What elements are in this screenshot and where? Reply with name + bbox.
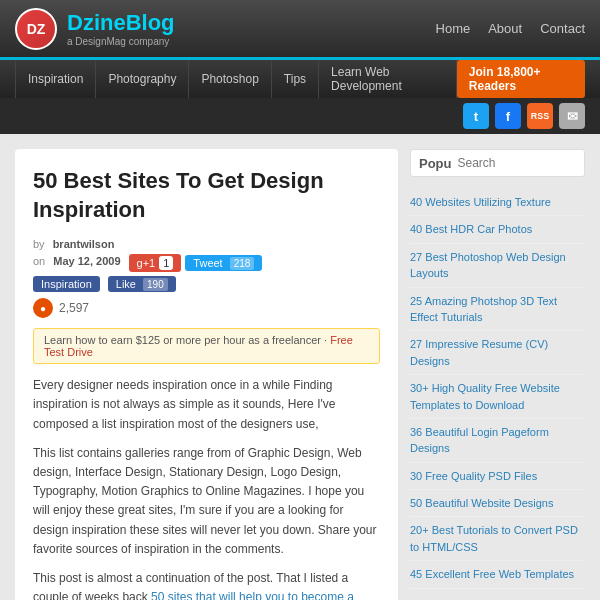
list-item: 25 Amazing Photshop 3D Text Effect Tutur… (410, 288, 585, 332)
sidebar-link[interactable]: 27 Impressive Resume (CV) Designs (410, 338, 548, 366)
list-item: 40 Best HDR Car Photos (410, 216, 585, 243)
sidebar-link[interactable]: 45 Excellent Free Web Templates (410, 568, 574, 580)
digg-row: ● 2,597 (33, 298, 380, 318)
article-title: 50 Best Sites To Get Design Inspiration (33, 167, 380, 224)
sidebar-link[interactable]: 36 Beautiful Login Pageform Designs (410, 426, 549, 454)
email-icon[interactable]: ✉ (559, 103, 585, 129)
list-item: 30+ High Quality Free Website Templates … (410, 375, 585, 419)
sidebar: Popu 🔍 40 Websites Utilizing Texture 40 … (410, 149, 585, 600)
digg-icon: ● (33, 298, 53, 318)
rss-icon[interactable]: RSS (527, 103, 553, 129)
list-item: 30 Free Quality PSD Files (410, 463, 585, 490)
list-item: 50 Beautiful Website Designs (410, 490, 585, 517)
publish-date: May 12, 2009 (53, 255, 120, 267)
logo-icon: DZ (15, 8, 57, 50)
search-input[interactable] (452, 151, 586, 175)
sidebar-link[interactable]: 27 Best Photoshop Web Design Layouts (410, 251, 566, 279)
meta-date-row: on May 12, 2009 (33, 255, 121, 267)
social-bar: t f RSS ✉ (0, 98, 600, 134)
sidebar-search-bar: Popu 🔍 (410, 149, 585, 177)
list-item: 20+ Best Tutorials to Convert PSD to HTM… (410, 517, 585, 561)
join-button[interactable]: Join 18,800+ Readers (457, 60, 585, 98)
gplus-count: 1 (159, 256, 173, 270)
sidebar-link[interactable]: 30 Free Quality PSD Files (410, 470, 537, 482)
like-button[interactable]: Like 190 (108, 276, 176, 292)
body-paragraph-1: Every designer needs inspiration once in… (33, 376, 380, 434)
popular-label: Popu (411, 156, 452, 171)
nav-tips[interactable]: Tips (272, 60, 319, 98)
tweet-count: 218 (230, 257, 255, 270)
sidebar-link[interactable]: 30+ High Quality Free Website Templates … (410, 382, 560, 410)
twitter-icon[interactable]: t (463, 103, 489, 129)
top-bar: DZ DzineBlog a DesignMag company Home Ab… (0, 0, 600, 60)
nav-web-dev[interactable]: Learn Web Development (319, 60, 457, 98)
earn-bar: Learn how to earn $125 or more per hour … (33, 328, 380, 364)
tweet-button[interactable]: Tweet 218 (185, 255, 262, 271)
nav-inspiration[interactable]: Inspiration (15, 60, 96, 98)
logo-text: DzineBlog a DesignMag company (67, 10, 175, 47)
body-paragraph-3: This post is almost a continuation of th… (33, 569, 380, 600)
author-name: brantwilson (53, 238, 115, 250)
list-item: 27 Impressive Resume (CV) Designs (410, 331, 585, 375)
sidebar-link[interactable]: 20+ Best Tutorials to Convert PSD to HTM… (410, 524, 578, 552)
nav-photography[interactable]: Photography (96, 60, 189, 98)
digg-count: 2,597 (59, 301, 89, 315)
list-item: 27 Best Photoshop Web Design Layouts (410, 244, 585, 288)
meta-author-row: by brantwilson (33, 238, 380, 250)
list-item: 36 Beautiful Login Pageform Designs (410, 419, 585, 463)
nav-home[interactable]: Home (436, 21, 471, 36)
sidebar-popular-list: 40 Websites Utilizing Texture 40 Best HD… (410, 189, 585, 589)
facebook-icon[interactable]: f (495, 103, 521, 129)
sidebar-link[interactable]: 40 Best HDR Car Photos (410, 223, 532, 235)
article-content: 50 Best Sites To Get Design Inspiration … (15, 149, 398, 600)
gplus-button[interactable]: g+1 1 (129, 254, 182, 272)
article-body: Every designer needs inspiration once in… (33, 376, 380, 600)
nav-contact[interactable]: Contact (540, 21, 585, 36)
secondary-nav: Inspiration Photography Photoshop Tips L… (0, 60, 600, 98)
body-paragraph-2: This list contains galleries range from … (33, 444, 380, 559)
list-item: 40 Websites Utilizing Texture (410, 189, 585, 216)
sidebar-link[interactable]: 25 Amazing Photshop 3D Text Effect Tutur… (410, 295, 557, 323)
top-nav: Home About Contact (436, 21, 585, 36)
nav-about[interactable]: About (488, 21, 522, 36)
list-item: 45 Excellent Free Web Templates (410, 561, 585, 588)
logo-area: DZ DzineBlog a DesignMag company (15, 8, 175, 50)
category-badge: Inspiration (33, 276, 100, 292)
sidebar-link[interactable]: 50 Beautiful Website Designs (410, 497, 554, 509)
main-container: 50 Best Sites To Get Design Inspiration … (0, 134, 600, 600)
nav-photoshop[interactable]: Photoshop (189, 60, 271, 98)
sidebar-link[interactable]: 40 Websites Utilizing Texture (410, 196, 551, 208)
like-count: 190 (143, 278, 168, 291)
